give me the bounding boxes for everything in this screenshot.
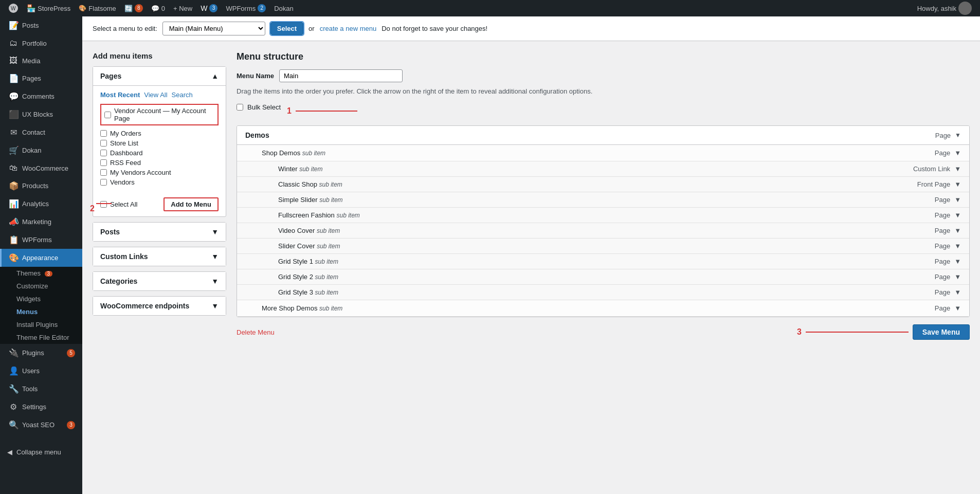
adminbar-comments[interactable]: 💬 0 [147, 0, 169, 16]
shop-demos-chevron-icon[interactable]: ▼ [954, 149, 961, 157]
create-new-menu-link[interactable]: create a new menu [320, 25, 377, 32]
sidebar-item-marketing[interactable]: 📣 Marketing [0, 213, 82, 231]
sidebar-item-portfolio[interactable]: 🗂 Portfolio [0, 34, 82, 52]
woo-endpoints-accordion-header[interactable]: WooCommerce endpoints ▼ [93, 297, 226, 315]
custom-links-accordion-header[interactable]: Custom Links ▼ [93, 247, 226, 266]
menu-item-fullscreen-fashion[interactable]: Fullscreen Fashion sub item Page ▼ [237, 208, 969, 223]
video-cover-chevron-icon[interactable]: ▼ [954, 227, 961, 234]
sidebar-item-dokan[interactable]: 🛒 Dokan [0, 141, 82, 159]
more-shop-demos-chevron-icon[interactable]: ▼ [954, 304, 961, 312]
sidebar-item-appearance[interactable]: 🎨 Appearance [0, 249, 82, 267]
grid-style-3-chevron-icon[interactable]: ▼ [954, 288, 961, 296]
annotation-1: 1 [287, 106, 292, 116]
tab-most-recent[interactable]: Most Recent [100, 91, 140, 99]
sidebar-item-pages[interactable]: 📄 Pages [0, 69, 82, 87]
sidebar-item-tools[interactable]: 🔧 Tools [0, 380, 82, 398]
menu-item-grid-style-3[interactable]: Grid Style 3 sub item Page ▼ [237, 285, 969, 300]
submenu-themes[interactable]: Themes 3 [0, 267, 82, 280]
simple-slider-chevron-icon[interactable]: ▼ [954, 196, 961, 204]
media-icon: 🖼 [9, 56, 18, 65]
grid-style-2-chevron-icon[interactable]: ▼ [954, 273, 961, 281]
fullscreen-fashion-chevron-icon[interactable]: ▼ [954, 211, 961, 219]
adminbar-wpforms[interactable]: WPForms 2 [222, 0, 270, 16]
menu-name-input[interactable] [279, 69, 403, 82]
page-checkbox[interactable] [100, 150, 107, 156]
menu-item-video-cover[interactable]: Video Cover sub item Page ▼ [237, 223, 969, 239]
save-menu-button[interactable]: Save Menu [913, 324, 970, 340]
sidebar-item-settings[interactable]: ⚙ Settings [0, 398, 82, 416]
page-checkbox[interactable] [100, 159, 107, 166]
slider-cover-chevron-icon[interactable]: ▼ [954, 242, 961, 250]
sidebar-item-comments[interactable]: 💬 Comments [0, 87, 82, 105]
sidebar-item-users[interactable]: 👤 Users [0, 362, 82, 380]
list-item: Dashboard [100, 148, 219, 158]
submenu-theme-file-editor[interactable]: Theme File Editor [0, 331, 82, 344]
adminbar-site-name[interactable]: 🏪 StorePress [23, 0, 75, 16]
page-checkbox[interactable] [100, 169, 107, 176]
custom-links-chevron-icon: ▼ [211, 252, 219, 261]
pages-tabs: Most Recent View All Search [100, 91, 219, 99]
demos-chevron-icon[interactable]: ▼ [955, 132, 961, 139]
categories-accordion-header[interactable]: Categories ▼ [93, 272, 226, 290]
menu-item-more-shop-demos[interactable]: More Shop Demos sub item Page ▼ [237, 300, 969, 317]
adminbar-howdy[interactable]: Howdy, ashik [913, 0, 976, 16]
add-to-menu-button[interactable]: Add to Menu [164, 197, 219, 211]
winter-chevron-icon[interactable]: ▼ [954, 165, 961, 173]
tab-view-all[interactable]: View All [144, 91, 167, 99]
posts-accordion-header[interactable]: Posts ▼ [93, 223, 226, 241]
collapse-menu-button[interactable]: ◀ Collapse menu [0, 444, 82, 460]
adminbar-updates[interactable]: 🔄 8 [120, 0, 147, 16]
grid-style-1-chevron-icon[interactable]: ▼ [954, 258, 961, 265]
menu-item-shop-demos[interactable]: Shop Demos sub item Page ▼ [237, 145, 969, 161]
menu-item-winter[interactable]: Winter sub item Custom Link ▼ [237, 161, 969, 177]
adminbar-flatsome[interactable]: 🎨 Flatsome [75, 0, 120, 16]
adminbar-wp[interactable]: W 3 [196, 0, 222, 16]
collapse-icon: ◀ [7, 448, 12, 456]
classic-shop-chevron-icon[interactable]: ▼ [954, 180, 961, 188]
menu-item-grid-style-1[interactable]: Grid Style 1 sub item Page ▼ [237, 254, 969, 269]
sidebar-item-contact[interactable]: ✉ Contact [0, 123, 82, 141]
sidebar-item-posts[interactable]: 📝 Posts [0, 16, 82, 34]
submenu-customize[interactable]: Customize [0, 280, 82, 292]
vendor-checkbox[interactable] [104, 112, 111, 118]
or-text: or [308, 25, 315, 32]
sidebar-item-ux-blocks[interactable]: ⬛ UX Blocks [0, 105, 82, 123]
pages-accordion: Pages ▲ Most Recent View All Search [93, 66, 226, 217]
pages-accordion-header[interactable]: Pages ▲ [93, 67, 226, 85]
page-checkbox[interactable] [100, 130, 107, 137]
tab-search[interactable]: Search [172, 91, 193, 99]
sidebar-item-products[interactable]: 📦 Products [0, 177, 82, 195]
list-item: RSS Feed [100, 158, 219, 168]
submenu-menus[interactable]: Menus [0, 305, 82, 318]
sidebar-item-media[interactable]: 🖼 Media [0, 52, 82, 69]
annotation-arrow-2 [96, 203, 112, 204]
plugins-icon: 🔌 [9, 348, 18, 358]
menu-item-classic-shop[interactable]: Classic Shop sub item Front Page ▼ [237, 177, 969, 192]
submenu-widgets[interactable]: Widgets [0, 292, 82, 305]
sidebar-item-wpforms[interactable]: 📋 WPForms [0, 231, 82, 249]
bulk-select-checkbox[interactable] [237, 104, 243, 111]
comment-icon: 💬 [151, 5, 159, 12]
page-checkbox[interactable] [100, 179, 107, 186]
select-button[interactable]: Select [270, 22, 303, 35]
sidebar-item-yoast[interactable]: 🔍 Yoast SEO 3 [0, 416, 82, 434]
menu-item-simple-slider[interactable]: Simple Slider sub item Page ▼ [237, 192, 969, 208]
page-checkbox[interactable] [100, 140, 107, 147]
menu-item-demos[interactable]: Demos Page ▼ [237, 126, 969, 145]
custom-links-accordion: Custom Links ▼ [93, 247, 226, 266]
adminbar-dokan[interactable]: Dokan [270, 0, 298, 16]
select-all-checkbox[interactable] [100, 201, 107, 208]
delete-menu-link[interactable]: Delete Menu [237, 328, 275, 336]
menu-select-dropdown[interactable]: Main (Main Menu) [162, 22, 265, 35]
adminbar-new[interactable]: + New [169, 0, 196, 16]
submenu-install-plugins[interactable]: Install Plugins [0, 318, 82, 331]
appearance-icon: 🎨 [9, 253, 18, 263]
adminbar-wp-logo[interactable]: W [4, 0, 23, 16]
sidebar-item-plugins[interactable]: 🔌 Plugins 5 [0, 344, 82, 362]
menu-item-grid-style-2[interactable]: Grid Style 2 sub item Page ▼ [237, 269, 969, 285]
sidebar-item-analytics[interactable]: 📊 Analytics [0, 195, 82, 213]
menu-item-slider-cover[interactable]: Slider Cover sub item Page ▼ [237, 239, 969, 254]
posts-icon: 📝 [9, 21, 18, 30]
select-all-label: Select All [110, 200, 137, 208]
sidebar-item-woocommerce[interactable]: 🛍 WooCommerce [0, 159, 82, 177]
